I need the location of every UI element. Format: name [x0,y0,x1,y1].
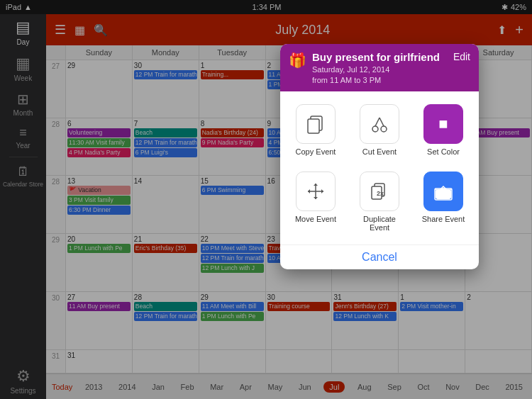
event-title: Buy present for girlfriend [312,51,453,63]
share-event-button[interactable]: Share Event [415,167,472,236]
duplicate-event-label: Duplicate Event [354,215,405,232]
event-icon: 🎁 [289,52,306,69]
popup-header: 🎁 Buy present for girlfriend Saturday, J… [280,44,479,91]
move-event-button[interactable]: Move Event [287,167,344,236]
popup-actions-grid: Copy Event Cut Event ■ Set Color [280,91,479,245]
duplicate-event-button[interactable]: 2x Duplicate Event [351,167,408,236]
duplicate-event-icon: 2x [360,172,399,211]
popup-info: Buy present for girlfriend Saturday, Jul… [312,51,453,84]
svg-rect-1 [308,119,319,133]
move-event-icon [296,172,336,211]
set-color-button[interactable]: ■ Set Color [415,100,472,160]
svg-text:2x: 2x [377,190,384,197]
cut-event-label: Cut Event [362,147,397,156]
copy-event-icon [296,104,336,144]
cut-event-icon [360,104,399,144]
share-event-icon [423,172,463,211]
share-event-label: Share Event [422,215,465,223]
svg-line-4 [375,118,379,126]
event-time: from 11 AM to 3 PM [312,76,453,84]
cancel-label: Cancel [362,251,397,263]
copy-event-label: Copy Event [296,147,336,156]
set-color-label: Set Color [427,147,460,156]
event-action-popup: 🎁 Buy present for girlfriend Saturday, J… [280,44,479,269]
svg-point-2 [372,126,378,132]
move-event-label: Move Event [295,215,336,223]
svg-line-5 [379,118,384,126]
event-date: Saturday, Jul 12, 2014 [312,65,453,74]
set-color-icon: ■ [423,104,463,144]
cancel-button[interactable]: Cancel [280,245,479,269]
svg-point-3 [381,126,387,132]
edit-event-button[interactable]: Edit [453,51,470,62]
copy-event-button[interactable]: Copy Event [287,100,344,160]
cut-event-button[interactable]: Cut Event [351,100,408,160]
